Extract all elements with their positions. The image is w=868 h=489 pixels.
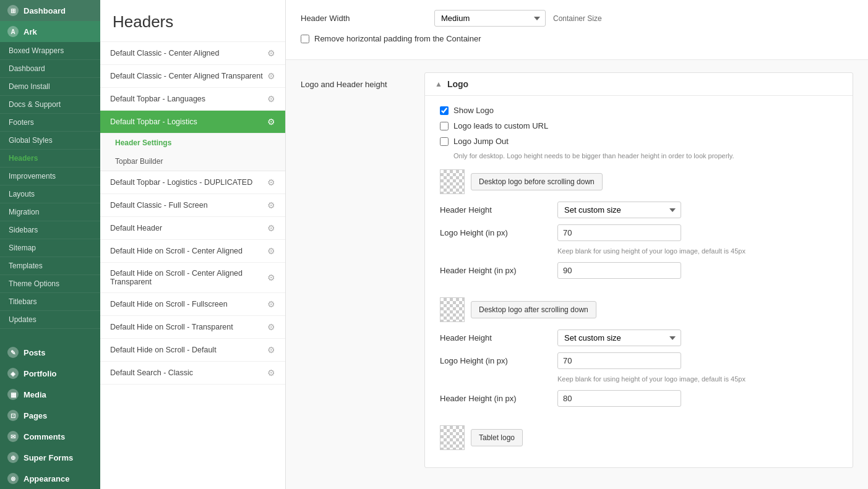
- gear-icon[interactable]: ⚙: [267, 299, 275, 309]
- gear-icon[interactable]: ⚙: [267, 200, 275, 210]
- sidebar-item-dashboard-sub[interactable]: Dashboard: [0, 60, 100, 78]
- posts-icon: ✎: [7, 347, 19, 358]
- header-width-row: Header Width Medium Small Large Full Wid…: [301, 10, 853, 27]
- header-width-section: Header Width Medium Small Large Full Wid…: [286, 0, 868, 60]
- desktop-logo-before-button[interactable]: Desktop logo before scrolling down: [471, 173, 603, 190]
- sidebar-item-appearance[interactable]: ⊗ Appearance: [0, 468, 100, 489]
- logo-height-before-input[interactable]: [557, 224, 681, 241]
- subnav-label: Default Hide on Scroll - Transparent: [110, 323, 233, 331]
- subnav-item-default-topbar-logistics-dup[interactable]: Default Topbar - Logistics - DUPLICATED …: [100, 171, 285, 194]
- gear-icon[interactable]: ⚙: [267, 368, 275, 378]
- media-icon: ▦: [7, 389, 19, 400]
- subnav-item-default-classic-fullscreen[interactable]: Default Classic - Full Screen ⚙: [100, 194, 285, 217]
- gear-icon[interactable]: ⚙: [267, 48, 275, 58]
- dashboard-icon: ⊞: [7, 5, 19, 16]
- desktop-logo-before-placeholder: [440, 169, 465, 194]
- tablet-logo-label: Tablet logo: [479, 433, 515, 442]
- subnav-item-hide-scroll-default[interactable]: Default Hide on Scroll - Default ⚙: [100, 339, 285, 362]
- remove-padding-checkbox[interactable]: [301, 35, 309, 43]
- sidebar-item-global-styles[interactable]: Global Styles: [0, 132, 100, 150]
- sidebar-item-posts[interactable]: ✎ Posts: [0, 342, 100, 363]
- sidebar-item-super-forms[interactable]: ⊕ Super Forms: [0, 447, 100, 468]
- subnav-item-default-header[interactable]: Default Header ⚙: [100, 217, 285, 240]
- header-width-label: Header Width: [301, 14, 424, 23]
- show-logo-row: Show Logo: [440, 106, 838, 115]
- subnav-item-hide-scroll-center[interactable]: Default Hide on Scroll - Center Aligned …: [100, 240, 285, 263]
- header-height-px-before-row: Header Height (in px): [440, 262, 838, 279]
- subnav-item-default-search-classic[interactable]: Default Search - Classic ⚙: [100, 362, 285, 385]
- subnav-item-hide-scroll-center-transparent[interactable]: Default Hide on Scroll - Center Aligned …: [100, 263, 285, 293]
- subnav-label: Default Header: [110, 224, 162, 232]
- sidebar-item-boxed-wrappers[interactable]: Boxed Wrappers: [0, 42, 100, 60]
- subnav-item-default-classic-center-transparent[interactable]: Default Classic - Center Aligned Transpa…: [100, 65, 285, 88]
- sidebar-item-footers[interactable]: Footers: [0, 114, 100, 132]
- header-width-select[interactable]: Medium Small Large Full Width: [434, 10, 546, 27]
- sidebar-item-titlebars[interactable]: Titlebars: [0, 293, 100, 311]
- gear-icon[interactable]: ⚙: [267, 71, 275, 81]
- desktop-logo-after-section: Desktop logo after scrolling down Header…: [440, 297, 838, 407]
- subnav-sub-panel: Header Settings Topbar Builder: [100, 134, 285, 171]
- sidebar-ark-label: Ark: [24, 27, 37, 36]
- logo-height-after-input[interactable]: [557, 352, 681, 369]
- logo-height-after-row: Logo Height (in px): [440, 352, 838, 369]
- gear-icon[interactable]: ⚙: [267, 246, 275, 256]
- sidebar-item-migration[interactable]: Migration: [0, 203, 100, 221]
- section-divider: [440, 287, 838, 297]
- header-height-before-select[interactable]: Set custom size Default: [557, 202, 681, 218]
- subnav-item-default-classic-center[interactable]: Default Classic - Center Aligned ⚙: [100, 42, 285, 65]
- logo-jump-out-checkbox[interactable]: [440, 137, 449, 146]
- sidebar-item-portfolio[interactable]: ◈ Portfolio: [0, 363, 100, 384]
- sidebar-item-media[interactable]: ▦ Media: [0, 384, 100, 405]
- subnav-label: Default Topbar - Logistics: [110, 117, 197, 126]
- ark-icon: A: [7, 26, 19, 37]
- header-height-px-after-input[interactable]: [557, 390, 681, 407]
- subnav-item-default-topbar-languages[interactable]: Default Topbar - Languages ⚙: [100, 88, 285, 111]
- header-height-before-label: Header Height: [440, 205, 551, 215]
- topbar-builder-tab[interactable]: Topbar Builder: [100, 152, 285, 171]
- gear-icon[interactable]: ⚙: [267, 94, 275, 104]
- gear-icon[interactable]: ⚙: [267, 345, 275, 355]
- sidebar-item-headers[interactable]: Headers: [0, 150, 100, 168]
- subnav-item-default-topbar-logistics[interactable]: Default Topbar - Logistics ⚙: [100, 111, 285, 134]
- gear-icon[interactable]: ⚙: [267, 117, 275, 127]
- gear-icon[interactable]: ⚙: [267, 322, 275, 332]
- logo-height-after-label: Logo Height (in px): [440, 356, 551, 365]
- tablet-logo-button[interactable]: Tablet logo: [471, 429, 523, 446]
- collapse-icon[interactable]: ▲: [435, 80, 442, 88]
- sidebar-item-ark[interactable]: A Ark: [0, 21, 100, 42]
- sidebar-item-improvements[interactable]: Improvements: [0, 168, 100, 185]
- sidebar-item-pages[interactable]: ⊡ Pages: [0, 405, 100, 426]
- portfolio-icon: ◈: [7, 368, 19, 379]
- logo-jump-out-row: Logo Jump Out: [440, 137, 838, 146]
- gear-icon[interactable]: ⚙: [267, 223, 275, 233]
- desktop-logo-after-row: Desktop logo after scrolling down: [440, 297, 838, 322]
- header-settings-tab[interactable]: Header Settings: [100, 134, 285, 152]
- sidebar-item-demo-install[interactable]: Demo Install: [0, 78, 100, 96]
- remove-padding-row: Remove horizontal padding from the Conta…: [301, 34, 853, 43]
- sidebar-item-sidebars[interactable]: Sidebars: [0, 221, 100, 239]
- sidebar-item-comments[interactable]: ✉ Comments: [0, 426, 100, 447]
- header-height-after-select[interactable]: Set custom size Default: [557, 330, 681, 346]
- desktop-logo-after-button[interactable]: Desktop logo after scrolling down: [471, 301, 596, 318]
- sub-navigation: Headers Default Classic - Center Aligned…: [100, 0, 286, 489]
- content-panel: Header Width Medium Small Large Full Wid…: [286, 0, 868, 489]
- subnav-item-hide-scroll-fullscreen[interactable]: Default Hide on Scroll - Fullscreen ⚙: [100, 293, 285, 316]
- sidebar-item-dashboard[interactable]: ⊞ Dashboard: [0, 0, 100, 21]
- desktop-logo-after-label: Desktop logo after scrolling down: [479, 305, 588, 314]
- subnav-label: Default Classic - Full Screen: [110, 201, 208, 210]
- show-logo-checkbox[interactable]: [440, 106, 449, 115]
- subnav-label: Default Hide on Scroll - Default: [110, 346, 217, 354]
- gear-icon[interactable]: ⚙: [267, 273, 275, 283]
- sidebar-item-docs-support[interactable]: Docs & Support: [0, 96, 100, 114]
- media-label: Media: [24, 390, 46, 399]
- sidebar-item-layouts[interactable]: Layouts: [0, 185, 100, 203]
- sidebar-item-sitemap[interactable]: Sitemap: [0, 239, 100, 257]
- header-height-px-before-input[interactable]: [557, 262, 681, 279]
- gear-icon[interactable]: ⚙: [267, 177, 275, 187]
- sidebar-item-updates[interactable]: Updates: [0, 311, 100, 329]
- page-title: Headers: [100, 0, 285, 42]
- subnav-item-hide-scroll-transparent[interactable]: Default Hide on Scroll - Transparent ⚙: [100, 316, 285, 339]
- sidebar-item-templates[interactable]: Templates: [0, 257, 100, 275]
- sidebar-item-theme-options[interactable]: Theme Options: [0, 275, 100, 293]
- logo-custom-url-checkbox[interactable]: [440, 122, 449, 130]
